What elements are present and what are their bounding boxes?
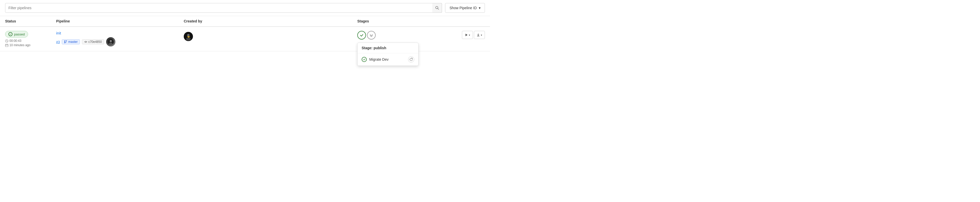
header-stages: Stages: [357, 19, 434, 23]
stages-cell: Stage: publish Migrate Dev: [357, 31, 434, 40]
svg-point-22: [186, 38, 191, 41]
pipeline-meta: #3 master c70e4850: [56, 37, 184, 46]
header-status: Status: [5, 19, 56, 23]
commit-user-avatar: [106, 37, 115, 46]
creator-avatar: ⚡: [184, 32, 193, 41]
status-badge: ✓ passed: [5, 31, 28, 38]
clock-icon: [5, 39, 8, 43]
header-created-by: Created by: [184, 19, 357, 23]
svg-line-4: [7, 41, 8, 41]
svg-line-1: [438, 8, 439, 10]
show-pipeline-id-button[interactable]: Show Pipeline ID ▾: [445, 3, 485, 13]
search-button[interactable]: [432, 3, 442, 13]
download-button[interactable]: ▾: [474, 31, 485, 39]
commit-icon: [84, 40, 87, 43]
status-check-icon: ✓: [8, 32, 13, 36]
avatar-graphic: [108, 39, 114, 45]
checkmark-icon: [360, 33, 364, 37]
stage-more-icon[interactable]: [367, 31, 375, 40]
download-icon: [477, 33, 480, 37]
play-icon: [465, 33, 468, 37]
commit-hash: c70e4850: [88, 40, 102, 44]
branch-name: master: [68, 40, 78, 44]
calendar-icon: [5, 44, 8, 47]
chevron-down-icon: ▾: [479, 6, 480, 10]
search-wrapper: [5, 3, 442, 13]
commit-tag: c70e4850: [82, 39, 104, 45]
search-icon: [435, 6, 439, 10]
retry-icon: [409, 58, 413, 61]
pipeline-cell: init #3 master c70e4850: [56, 31, 184, 46]
stage-passed-icon[interactable]: [357, 31, 366, 40]
branch-icon: [64, 40, 67, 43]
stage-dropdown-title: Stage: publish: [358, 43, 418, 53]
time-ago-value: 10 minutes ago: [10, 43, 30, 47]
table-header: Status Pipeline Created by Stages: [0, 16, 490, 27]
stage-item-name: Migrate Dev: [369, 57, 388, 62]
svg-point-17: [110, 40, 112, 42]
created-by-cell: ⚡: [184, 31, 357, 41]
avatar-image: [106, 37, 115, 46]
top-bar: Show Pipeline ID ▾: [0, 0, 490, 16]
stage-item-left: Migrate Dev: [362, 57, 388, 62]
status-label: passed: [14, 32, 25, 36]
stage-item-pass-icon: [362, 57, 367, 62]
filter-pipelines-input[interactable]: [5, 3, 442, 13]
pipeline-name-link[interactable]: init: [56, 31, 61, 35]
time-info: 00:00:43 10 minutes ago: [5, 39, 56, 47]
svg-rect-5: [5, 44, 8, 47]
header-actions: [434, 19, 485, 23]
branch-tag: master: [62, 39, 80, 45]
stage-retry-button[interactable]: [408, 56, 414, 62]
pipeline-row: ✓ passed 00:00:43 10 minutes ago: [0, 27, 490, 51]
run-chevron-icon: ▾: [469, 33, 470, 37]
double-chevron-icon: [369, 33, 373, 37]
item-checkmark-icon: [363, 58, 366, 61]
creator-avatar-image: ⚡: [184, 32, 193, 41]
pipeline-id-link[interactable]: #3: [56, 40, 60, 44]
time-ago-row: 10 minutes ago: [5, 43, 56, 47]
header-pipeline: Pipeline: [56, 19, 184, 23]
creator-avatar-graphic: ⚡: [184, 32, 193, 41]
stage-dropdown-item: Migrate Dev: [358, 53, 418, 65]
duration-row: 00:00:43: [5, 39, 56, 43]
download-chevron-icon: ▾: [481, 33, 482, 37]
svg-point-13: [85, 41, 86, 43]
duration-value: 00:00:43: [10, 39, 21, 43]
actions-cell: ▾ ▾: [434, 31, 485, 39]
status-cell: ✓ passed 00:00:43 10 minutes ago: [5, 31, 56, 47]
stage-dropdown: Stage: publish Migrate Dev: [357, 43, 418, 66]
svg-point-21: [187, 34, 189, 37]
stages-icons: Stage: publish Migrate Dev: [357, 31, 434, 40]
show-pipeline-id-label: Show Pipeline ID: [449, 6, 477, 10]
svg-marker-23: [466, 33, 468, 36]
run-button[interactable]: ▾: [462, 31, 473, 39]
svg-point-10: [66, 41, 67, 41]
